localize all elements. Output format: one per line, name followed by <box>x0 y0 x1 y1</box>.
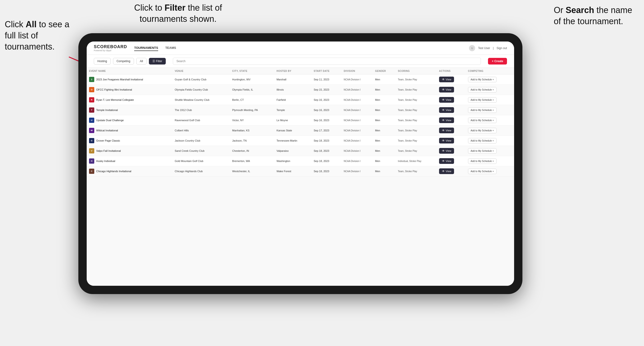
create-button[interactable]: + Create <box>488 58 507 64</box>
cell-scoring: Team, Stroke Play <box>396 85 436 95</box>
cell-division: NCAA Division I <box>342 115 373 126</box>
cell-event-name: O OFCC Fighting Illini Invitational <box>87 85 172 95</box>
cell-gender: Men <box>373 166 396 176</box>
cell-city-state: Jackson, TN <box>230 136 274 146</box>
add-schedule-button[interactable]: Add to My Schedule + <box>468 138 496 144</box>
cell-scoring: Team, Stroke Play <box>396 74 436 85</box>
cell-competing: Add to My Schedule + <box>466 85 514 95</box>
col-city-state: CITY, STATE <box>230 68 274 74</box>
view-button[interactable]: 👁 View <box>439 107 454 113</box>
cell-actions: 👁 View <box>437 166 466 176</box>
nav-tab-teams[interactable]: TEAMS <box>165 45 176 51</box>
cell-actions: 👁 View <box>437 156 466 166</box>
tablet-frame: SCOREBOARD Powered by clippd TOURNAMENTS… <box>78 33 522 294</box>
cell-hosted-by: Illinois <box>274 85 311 95</box>
col-hosted-by: HOSTED BY <box>274 68 311 74</box>
all-button[interactable]: All <box>136 58 146 64</box>
team-logo: 2 <box>89 77 94 82</box>
view-button[interactable]: 👁 View <box>439 128 454 133</box>
cell-scoring: Team, Stroke Play <box>396 105 436 115</box>
nav-tabs: TOURNAMENTS TEAMS <box>134 45 469 51</box>
cell-venue: Ravenwood Golf Club <box>172 115 230 126</box>
add-schedule-button[interactable]: Add to My Schedule + <box>468 118 496 123</box>
nav-tab-tournaments[interactable]: TOURNAMENTS <box>134 45 158 51</box>
table-row: G Grover Page Classic Jackson Country Cl… <box>87 136 514 146</box>
add-schedule-button[interactable]: Add to My Schedule + <box>468 97 496 103</box>
header-right: U Test User | Sign out <box>469 45 507 51</box>
eye-icon: 👁 <box>442 129 445 132</box>
eye-icon: 👁 <box>442 78 445 81</box>
cell-gender: Men <box>373 95 396 105</box>
cell-gender: Men <box>373 156 396 166</box>
filter-button[interactable]: ☰ Filter <box>149 58 166 64</box>
cell-start-date: Sep 18, 2023 <box>311 156 342 166</box>
cell-scoring: Team, Stroke Play <box>396 115 436 126</box>
sign-out-link[interactable]: Sign out <box>496 46 507 50</box>
cell-city-state: Westchester, IL <box>230 166 274 176</box>
cell-start-date: Sep 17, 2023 <box>311 126 342 136</box>
search-input[interactable] <box>173 58 481 65</box>
cell-start-date: Sep 11, 2023 <box>311 74 342 85</box>
cell-city-state: Chesterton, IN <box>230 146 274 156</box>
cell-division: NCAA Division I <box>342 105 373 115</box>
event-name-text: OFCC Fighting Illini Invitational <box>96 88 132 91</box>
cell-actions: 👁 View <box>437 105 466 115</box>
cell-scoring: Team, Stroke Play <box>396 146 436 156</box>
cell-competing: Add to My Schedule + <box>466 126 514 136</box>
cell-competing: Add to My Schedule + <box>466 74 514 85</box>
event-name-text: Valpo Fall Invitational <box>96 149 121 152</box>
competing-button[interactable]: Competing <box>113 58 134 64</box>
cell-venue: Gold Mountain Golf Club <box>172 156 230 166</box>
eye-icon: 👁 <box>442 98 445 102</box>
event-name-text: Temple Invitational <box>96 109 118 111</box>
col-competing: COMPETING <box>466 68 514 74</box>
event-name-text: Husky Individual <box>96 160 115 163</box>
col-scoring: SCORING <box>396 68 436 74</box>
view-button[interactable]: 👁 View <box>439 168 454 174</box>
cell-competing: Add to My Schedule + <box>466 146 514 156</box>
view-button[interactable]: 👁 View <box>439 138 454 144</box>
view-button[interactable]: 👁 View <box>439 148 454 154</box>
eye-icon: 👁 <box>442 108 445 112</box>
hosting-button[interactable]: Hosting <box>94 58 111 64</box>
cell-competing: Add to My Schedule + <box>466 156 514 166</box>
col-event-name: EVENT NAME <box>87 68 172 74</box>
add-schedule-button[interactable]: Add to My Schedule + <box>468 87 496 92</box>
table-row: V Valpo Fall Invitational Sand Creek Cou… <box>87 146 514 156</box>
col-actions: ACTIONS <box>437 68 466 74</box>
add-schedule-button[interactable]: Add to My Schedule + <box>468 148 496 154</box>
cell-actions: 👁 View <box>437 136 466 146</box>
cell-hosted-by: Washington <box>274 156 311 166</box>
cell-division: NCAA Division I <box>342 166 373 176</box>
cell-hosted-by: Valparaiso <box>274 146 311 156</box>
team-logo: R <box>89 97 94 102</box>
cell-gender: Men <box>373 105 396 115</box>
team-logo: T <box>89 107 94 113</box>
view-button[interactable]: 👁 View <box>439 77 454 82</box>
add-schedule-button[interactable]: Add to My Schedule + <box>468 128 496 133</box>
event-name-text: Wildcat Invitational <box>96 129 118 132</box>
tournaments-table: EVENT NAME VENUE CITY, STATE HOSTED BY S… <box>87 68 514 176</box>
view-button[interactable]: 👁 View <box>439 158 454 164</box>
logo-area: SCOREBOARD Powered by clippd <box>94 44 127 52</box>
add-schedule-button[interactable]: Add to My Schedule + <box>468 107 496 113</box>
view-button[interactable]: 👁 View <box>439 97 454 103</box>
add-schedule-button[interactable]: Add to My Schedule + <box>468 159 496 164</box>
app-logo: SCOREBOARD <box>94 44 127 49</box>
cell-actions: 👁 View <box>437 85 466 95</box>
eye-icon: 👁 <box>442 149 445 153</box>
view-button[interactable]: 👁 View <box>439 117 454 123</box>
add-schedule-button[interactable]: Add to My Schedule + <box>468 169 496 174</box>
view-button[interactable]: 👁 View <box>439 87 454 92</box>
cell-competing: Add to My Schedule + <box>466 105 514 115</box>
add-schedule-button[interactable]: Add to My Schedule + <box>468 77 496 82</box>
col-division: DIVISION <box>342 68 373 74</box>
cell-start-date: Sep 15, 2023 <box>311 85 342 95</box>
table-row: U Upstate Dual Challenge Ravenwood Golf … <box>87 115 514 126</box>
cell-event-name: V Valpo Fall Invitational <box>87 146 172 156</box>
cell-start-date: Sep 18, 2023 <box>311 166 342 176</box>
cell-actions: 👁 View <box>437 126 466 136</box>
eye-icon: 👁 <box>442 159 445 163</box>
table-row: O OFCC Fighting Illini Invitational Olym… <box>87 85 514 95</box>
cell-actions: 👁 View <box>437 115 466 126</box>
